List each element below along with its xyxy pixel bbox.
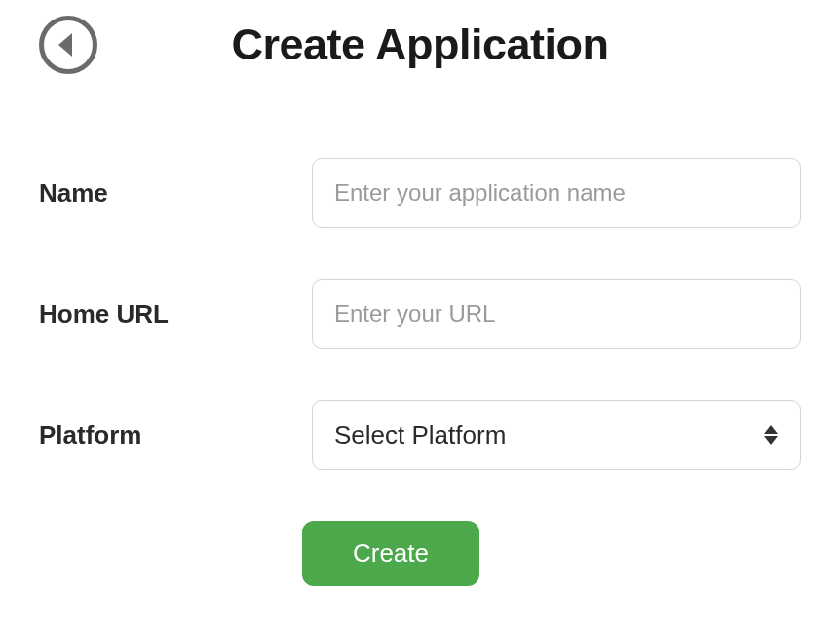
platform-select[interactable]: Select Platform bbox=[312, 400, 801, 470]
create-application-form: Name Home URL Platform Select Platform C… bbox=[39, 158, 801, 586]
name-row: Name bbox=[39, 158, 801, 228]
platform-row: Platform Select Platform bbox=[39, 400, 801, 470]
home-url-row: Home URL bbox=[39, 279, 801, 349]
page-title: Create Application bbox=[39, 20, 801, 70]
home-url-input[interactable] bbox=[312, 279, 801, 349]
name-label: Name bbox=[39, 178, 312, 209]
create-button[interactable]: Create bbox=[302, 521, 479, 586]
name-input[interactable] bbox=[312, 158, 801, 228]
home-url-label: Home URL bbox=[39, 299, 312, 330]
back-arrow-icon bbox=[55, 31, 78, 59]
platform-label: Platform bbox=[39, 420, 312, 451]
back-button[interactable] bbox=[39, 16, 97, 74]
